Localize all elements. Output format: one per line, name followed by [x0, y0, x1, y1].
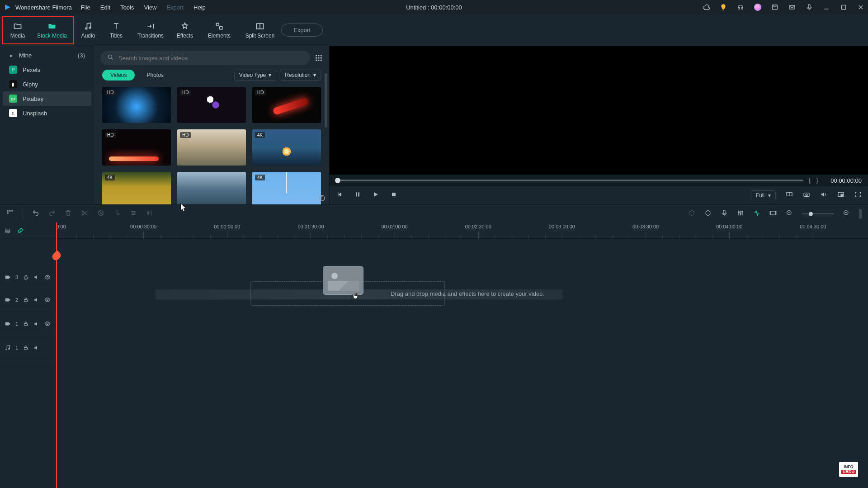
- visibility-icon[interactable]: [44, 321, 51, 327]
- split-icon[interactable]: [81, 209, 88, 218]
- stock-thumb[interactable]: HD: [177, 87, 246, 123]
- zoom-slider[interactable]: [802, 213, 834, 214]
- time-ruler[interactable]: 00:0000:00:30:0000:01:00:0000:01:30:0000…: [56, 223, 868, 239]
- tab-elements[interactable]: Elements: [199, 22, 240, 39]
- download-icon[interactable]: [162, 114, 168, 120]
- tab-media[interactable]: Media: [4, 22, 32, 39]
- dd-video-type[interactable]: Video Type▾: [234, 70, 277, 81]
- scrub-slider[interactable]: [336, 180, 803, 181]
- cloud-icon[interactable]: [703, 4, 710, 11]
- voiceover-icon[interactable]: [721, 209, 728, 218]
- zoom-out-icon[interactable]: [786, 209, 793, 218]
- export-button[interactable]: Export: [281, 24, 323, 37]
- marker-icon[interactable]: [704, 209, 712, 218]
- tab-audio[interactable]: Audio: [74, 22, 102, 39]
- tab-split-screen[interactable]: Split Screen: [240, 22, 280, 39]
- menu-view[interactable]: View: [144, 4, 156, 11]
- search-input[interactable]: [118, 55, 304, 62]
- menu-export[interactable]: Export: [166, 4, 184, 11]
- snapshot-icon[interactable]: [803, 191, 810, 200]
- mark-in-icon[interactable]: {: [809, 177, 811, 184]
- undo-icon[interactable]: [32, 209, 39, 218]
- save-icon[interactable]: [771, 4, 778, 11]
- sidebar-item-giphy[interactable]: ▮ Giphy: [3, 77, 91, 91]
- playhead[interactable]: [56, 223, 57, 488]
- grid-view-icon[interactable]: [315, 54, 323, 62]
- track-options-icon[interactable]: [5, 227, 11, 234]
- lock-icon[interactable]: [23, 321, 29, 327]
- sidebar-item-mine[interactable]: ▸ Mine (3): [3, 48, 91, 62]
- volume-icon[interactable]: [820, 191, 827, 200]
- hint-bulb-icon[interactable]: [720, 4, 727, 11]
- mic-small-icon[interactable]: [806, 4, 813, 11]
- pip-icon[interactable]: [837, 191, 844, 200]
- autobeat-icon[interactable]: [753, 209, 760, 218]
- info-icon[interactable]: [318, 194, 326, 202]
- render-icon[interactable]: [688, 209, 695, 218]
- lock-icon[interactable]: [23, 297, 29, 303]
- download-icon[interactable]: [312, 114, 318, 120]
- sidebar-item-pixabay[interactable]: px Pixabay: [3, 91, 91, 106]
- adjust-icon[interactable]: [130, 209, 137, 218]
- tracks-area[interactable]: 00:0000:00:30:0000:01:00:0000:01:30:0000…: [56, 223, 868, 488]
- play-icon[interactable]: [372, 191, 379, 200]
- sidebar-item-pexels[interactable]: P Pexels: [3, 62, 91, 77]
- fullscreen-icon[interactable]: [854, 191, 862, 200]
- download-icon[interactable]: [162, 199, 168, 204]
- window-minimize-icon[interactable]: [823, 4, 830, 11]
- window-maximize-icon[interactable]: [840, 4, 847, 11]
- filter-photos[interactable]: Photos: [138, 70, 171, 81]
- stock-thumb[interactable]: HD: [102, 87, 171, 123]
- tab-stock-media[interactable]: Stock Media: [32, 22, 72, 39]
- stock-thumb[interactable]: HD: [102, 129, 171, 166]
- sidebar-item-unsplash[interactable]: ⎍ Unsplash: [3, 106, 91, 120]
- play-pause-icon[interactable]: [354, 191, 361, 200]
- download-icon[interactable]: [237, 156, 243, 163]
- lock-icon[interactable]: [23, 274, 29, 280]
- display-mode-icon[interactable]: [786, 191, 793, 200]
- text-tool-icon[interactable]: [113, 209, 121, 218]
- download-icon[interactable]: [237, 199, 243, 204]
- crop-icon[interactable]: [97, 209, 104, 218]
- menu-edit[interactable]: Edit: [100, 4, 110, 11]
- redo-icon[interactable]: [48, 209, 56, 218]
- track-head-v3[interactable]: 3: [0, 266, 56, 289]
- link-icon[interactable]: [17, 227, 24, 234]
- preview-canvas[interactable]: [330, 46, 868, 175]
- stock-thumb[interactable]: [177, 172, 246, 204]
- lock-icon[interactable]: [23, 345, 29, 351]
- stock-thumb[interactable]: HD: [252, 87, 321, 123]
- preview-quality-dropdown[interactable]: Full▾: [751, 190, 776, 200]
- mute-icon[interactable]: [33, 297, 40, 303]
- mute-icon[interactable]: [33, 321, 40, 327]
- track-head-v2[interactable]: 2: [0, 289, 56, 311]
- menu-help[interactable]: Help: [193, 4, 206, 11]
- stock-thumb[interactable]: HD: [177, 129, 246, 166]
- track-head-a1[interactable]: 1: [0, 336, 56, 359]
- visibility-icon[interactable]: [44, 297, 51, 303]
- tab-effects[interactable]: Effects: [171, 22, 199, 39]
- stop-icon[interactable]: [390, 191, 397, 200]
- window-close-icon[interactable]: [857, 4, 864, 11]
- visibility-icon[interactable]: [44, 274, 51, 280]
- tab-titles[interactable]: Titles: [102, 22, 130, 39]
- mark-out-icon[interactable]: }: [816, 177, 818, 184]
- download-icon[interactable]: [237, 114, 243, 120]
- fit-icon[interactable]: [769, 209, 777, 218]
- stock-thumb[interactable]: 4K: [102, 172, 171, 204]
- zoom-in-icon[interactable]: [843, 209, 850, 218]
- mixer-icon[interactable]: [737, 209, 744, 218]
- account-avatar-icon[interactable]: [754, 4, 761, 11]
- track-head-v1[interactable]: 1: [0, 311, 56, 336]
- zoom-map[interactable]: [859, 209, 862, 219]
- scrub-knob[interactable]: [335, 178, 340, 183]
- download-icon[interactable]: [312, 199, 318, 204]
- audiomix-icon[interactable]: [146, 209, 153, 218]
- headset-icon[interactable]: [737, 4, 744, 11]
- browser-scrollbar[interactable]: [325, 73, 327, 128]
- menu-file[interactable]: File: [81, 4, 90, 11]
- search-input-wrap[interactable]: [100, 51, 310, 65]
- download-icon[interactable]: [312, 156, 318, 163]
- stock-thumb[interactable]: 4K: [252, 172, 321, 204]
- zoom-knob[interactable]: [809, 212, 813, 216]
